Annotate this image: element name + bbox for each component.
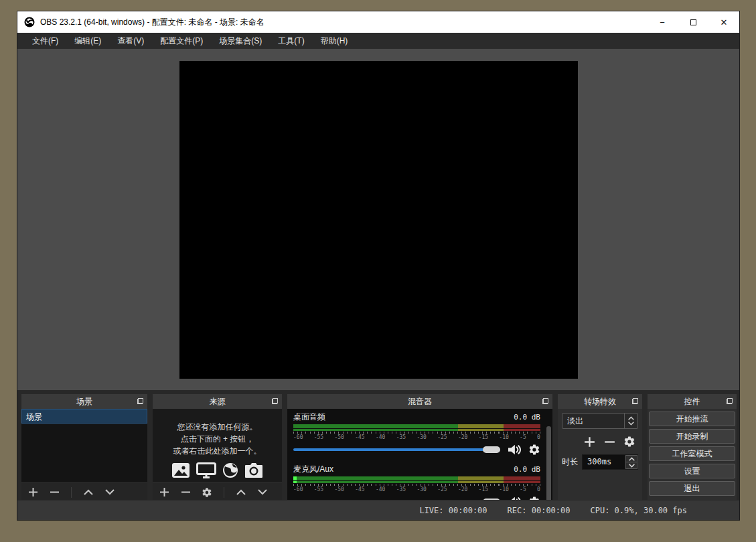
dock-float-icon — [632, 398, 638, 404]
obs-window: OBS 23.2.1 (64-bit, windows) - 配置文件: 未命名… — [17, 11, 740, 521]
transitions-panel: 转场特效 淡出 — [558, 394, 642, 501]
remove-scene-button[interactable] — [48, 486, 60, 499]
maximize-icon[interactable] — [678, 11, 708, 33]
mixer-panel-title: 混音器 — [408, 396, 432, 408]
menu-tools[interactable]: 工具(T) — [270, 33, 312, 50]
volume-meter — [293, 424, 540, 431]
speaker-icon[interactable] — [507, 444, 522, 456]
scenes-toolbar — [21, 482, 147, 501]
minus-icon — [604, 436, 615, 448]
rec-time: REC: 00:00:00 — [508, 506, 571, 515]
minus-icon — [181, 487, 191, 497]
cpu-fps: CPU: 0.9%, 30.00 fps — [591, 506, 688, 515]
add-transition-button[interactable] — [583, 436, 595, 448]
volume-slider[interactable] — [293, 446, 500, 453]
menu-bar: 文件(F) 编辑(E) 查看(V) 配置文件(P) 场景集合(S) 工具(T) … — [17, 33, 739, 49]
chevron-up-icon — [628, 416, 634, 420]
channel-name: 桌面音频 — [293, 412, 325, 423]
chevron-up-icon — [236, 489, 246, 495]
remove-source-button[interactable] — [179, 486, 192, 499]
status-bar: LIVE: 00:00:00 REC: 00:00:00 CPU: 0.9%, … — [17, 500, 739, 520]
plus-icon — [28, 487, 38, 497]
plus-icon — [584, 436, 595, 448]
minus-icon — [50, 487, 60, 497]
gear-icon[interactable] — [528, 444, 540, 456]
source-type-icons — [171, 462, 263, 478]
mixer-panel-header[interactable]: 混音器 — [287, 394, 552, 409]
dock-float-icon — [542, 398, 548, 404]
dock-area: 场景 场景 来源 — [17, 390, 739, 501]
transition-select[interactable]: 淡出 — [562, 413, 638, 429]
display-icon — [196, 462, 216, 478]
controls-panel-header[interactable]: 控件 — [648, 394, 737, 409]
dropdown-spinner[interactable] — [624, 414, 637, 428]
chevron-down-icon — [628, 422, 634, 426]
live-time: LIVE: 00:00:00 — [419, 506, 487, 515]
duration-spinbox[interactable]: 300ms — [582, 454, 638, 470]
channel-db-value: 0.0 dB — [514, 413, 540, 422]
scene-down-button[interactable] — [104, 486, 116, 499]
transition-properties-button[interactable] — [623, 436, 635, 448]
sources-hint-line: 您还没有添加任何源。 — [177, 421, 258, 433]
controls-panel-title: 控件 — [684, 396, 700, 408]
add-source-button[interactable] — [158, 486, 170, 499]
preview-canvas[interactable] — [179, 61, 578, 379]
meter-scale: -60-55-50-45-40-35-30-25-20-15-10-50 — [293, 434, 540, 440]
menu-file[interactable]: 文件(F) — [24, 33, 66, 50]
duration-up-button[interactable] — [625, 455, 637, 462]
duration-down-button[interactable] — [625, 462, 637, 469]
scene-up-button[interactable] — [82, 486, 94, 499]
transitions-panel-title: 转场特效 — [584, 396, 616, 408]
settings-button[interactable]: 设置 — [649, 464, 735, 478]
toolbar-separator — [224, 487, 224, 498]
duration-spin-buttons — [625, 455, 637, 469]
obs-logo-icon — [24, 17, 35, 27]
source-properties-button[interactable] — [201, 486, 213, 499]
meter-ticks — [293, 484, 540, 486]
studio-mode-button[interactable]: 工作室模式 — [649, 446, 735, 461]
mixer-panel: 混音器 桌面音频 0.0 dB -60-55-50-45-40-35-30-25… — [287, 394, 552, 501]
source-up-button[interactable] — [235, 486, 247, 499]
sources-empty-area[interactable]: 您还没有添加任何源。 点击下面的 + 按钮， 或者右击此处添加一个。 — [153, 409, 282, 482]
transition-buttons — [562, 436, 635, 448]
toolbar-separator — [71, 487, 72, 498]
start-recording-button[interactable]: 开始录制 — [649, 429, 735, 444]
duration-label: 时长 — [562, 456, 578, 468]
sources-panel: 来源 您还没有添加任何源。 点击下面的 + 按钮， 或者右击此处添加一个。 — [153, 394, 282, 501]
remove-transition-button[interactable] — [603, 436, 615, 448]
scenes-panel: 场景 场景 — [21, 394, 147, 501]
menu-profile[interactable]: 配置文件(P) — [152, 33, 211, 50]
camera-icon — [244, 462, 263, 478]
meter-scale: -60-55-50-45-40-35-30-25-20-15-10-50 — [293, 486, 540, 492]
scenes-panel-header[interactable]: 场景 — [21, 394, 147, 409]
transitions-panel-header[interactable]: 转场特效 — [558, 394, 642, 409]
menu-edit[interactable]: 编辑(E) — [66, 33, 109, 50]
mixer-scrollbar[interactable] — [546, 426, 551, 505]
chevron-down-icon — [105, 489, 115, 495]
window-title: OBS 23.2.1 (64-bit, windows) - 配置文件: 未命名… — [40, 17, 264, 28]
exit-button[interactable]: 退出 — [649, 481, 735, 496]
volume-slider-handle[interactable] — [483, 446, 500, 453]
sources-panel-header[interactable]: 来源 — [153, 394, 282, 409]
menu-scene-collection[interactable]: 场景集合(S) — [211, 33, 270, 50]
channel-db-value: 0.0 dB — [514, 465, 540, 474]
source-down-button[interactable] — [256, 486, 269, 499]
duration-row: 时长 300ms — [562, 454, 638, 470]
mixer-body: 桌面音频 0.0 dB -60-55-50-45-40-35-30-25-20-… — [287, 409, 552, 501]
gear-icon — [623, 436, 635, 448]
scene-list[interactable]: 场景 — [21, 409, 147, 482]
close-icon[interactable]: ✕ — [708, 11, 739, 33]
chevron-up-icon — [629, 457, 635, 461]
chevron-down-icon — [629, 464, 635, 468]
scene-list-item[interactable]: 场景 — [21, 409, 147, 424]
dock-float-icon — [137, 398, 143, 404]
sources-panel-title: 来源 — [210, 396, 226, 408]
meter-ticks — [293, 432, 540, 434]
sources-toolbar — [153, 482, 282, 501]
menu-view[interactable]: 查看(V) — [109, 33, 152, 50]
start-streaming-button[interactable]: 开始推流 — [649, 412, 735, 426]
minimize-icon[interactable]: − — [647, 11, 678, 33]
mixer-channel-desktop-audio: 桌面音频 0.0 dB -60-55-50-45-40-35-30-25-20-… — [293, 412, 540, 456]
add-scene-button[interactable] — [27, 486, 39, 499]
menu-help[interactable]: 帮助(H) — [313, 33, 356, 50]
